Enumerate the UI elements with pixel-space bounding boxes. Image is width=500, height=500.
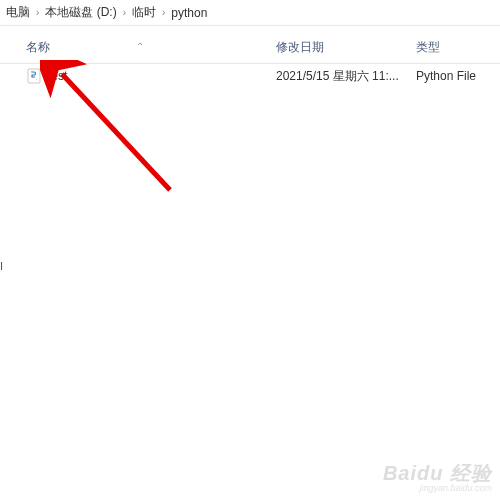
chevron-right-icon: › — [162, 7, 165, 18]
column-headers: 名称 ⌃ 修改日期 类型 — [0, 32, 500, 64]
breadcrumb-item[interactable]: python — [171, 6, 207, 20]
file-date: 2021/5/15 星期六 11:... — [270, 68, 410, 85]
file-type: Python File — [410, 69, 500, 83]
file-name: test — [48, 69, 67, 83]
watermark-url: jingyan.baidu.com — [383, 484, 492, 494]
breadcrumb: 电脑 › 本地磁盘 (D:) › 临时 › python — [0, 0, 500, 26]
svg-point-2 — [36, 79, 37, 80]
column-header-date[interactable]: 修改日期 — [270, 39, 410, 56]
breadcrumb-item[interactable]: 临时 — [132, 4, 156, 21]
breadcrumb-item[interactable]: 电脑 — [6, 4, 30, 21]
svg-line-3 — [62, 74, 170, 190]
svg-point-1 — [31, 72, 32, 73]
watermark-logo: Baidu 经验 — [383, 462, 492, 484]
file-row[interactable]: test 2021/5/15 星期六 11:... Python File — [0, 64, 500, 88]
sort-caret-icon: ⌃ — [136, 41, 144, 52]
column-header-label: 修改日期 — [276, 40, 324, 54]
column-header-label: 类型 — [416, 40, 440, 54]
column-header-label: 名称 — [26, 40, 50, 54]
breadcrumb-item[interactable]: 本地磁盘 (D:) — [45, 4, 116, 21]
column-header-name[interactable]: 名称 ⌃ — [0, 39, 270, 56]
chevron-right-icon: › — [36, 7, 39, 18]
chevron-right-icon: › — [123, 7, 126, 18]
svg-rect-0 — [28, 69, 40, 83]
watermark: Baidu 经验 jingyan.baidu.com — [383, 462, 492, 494]
truncated-edge-char: I — [0, 260, 6, 272]
column-header-type[interactable]: 类型 — [410, 39, 500, 56]
python-file-icon — [26, 68, 42, 84]
